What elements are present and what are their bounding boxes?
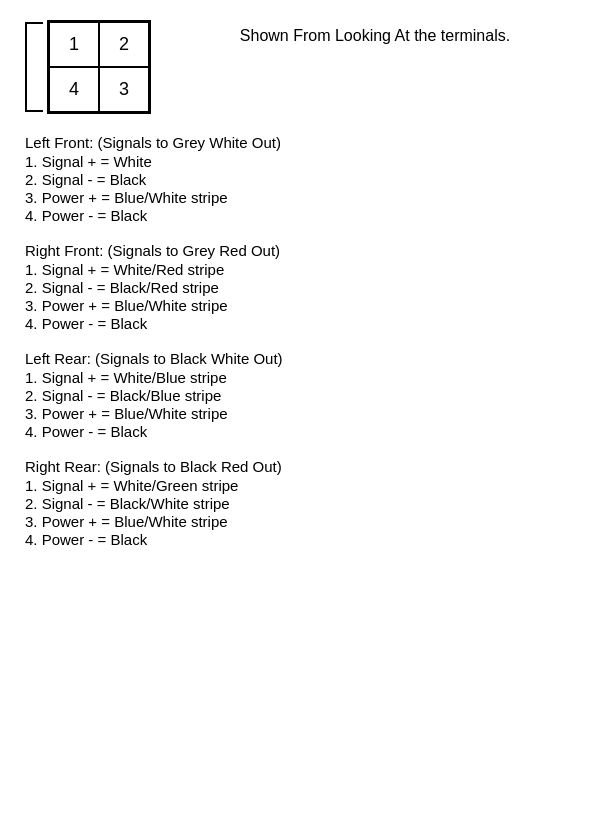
- section-title-0: Left Front: (Signals to Grey White Out): [25, 134, 569, 151]
- list-item-2-3: 4. Power - = Black: [25, 423, 569, 440]
- section-list-2: 1. Signal + = White/Blue stripe2. Signal…: [25, 369, 569, 440]
- section-0: Left Front: (Signals to Grey White Out)1…: [25, 134, 569, 224]
- section-title-2: Left Rear: (Signals to Black White Out): [25, 350, 569, 367]
- section-list-1: 1. Signal + = White/Red stripe2. Signal …: [25, 261, 569, 332]
- cell-2: 2: [99, 22, 149, 67]
- sections-container: Left Front: (Signals to Grey White Out)1…: [25, 134, 569, 548]
- section-title-3: Right Rear: (Signals to Black Red Out): [25, 458, 569, 475]
- list-item-1-0: 1. Signal + = White/Red stripe: [25, 261, 569, 278]
- connector-diagram-wrapper: 1 2 4 3: [25, 20, 151, 114]
- list-item-2-1: 2. Signal - = Black/Blue stripe: [25, 387, 569, 404]
- connector-diagram: 1 2 4 3: [47, 20, 151, 114]
- list-item-1-2: 3. Power + = Blue/White stripe: [25, 297, 569, 314]
- list-item-3-2: 3. Power + = Blue/White stripe: [25, 513, 569, 530]
- list-item-0-3: 4. Power - = Black: [25, 207, 569, 224]
- section-1: Right Front: (Signals to Grey Red Out)1.…: [25, 242, 569, 332]
- list-item-3-3: 4. Power - = Black: [25, 531, 569, 548]
- list-item-0-2: 3. Power + = Blue/White stripe: [25, 189, 569, 206]
- section-3: Right Rear: (Signals to Black Red Out)1.…: [25, 458, 569, 548]
- cell-1: 1: [49, 22, 99, 67]
- header-note: Shown From Looking At the terminals.: [181, 20, 569, 47]
- list-item-2-0: 1. Signal + = White/Blue stripe: [25, 369, 569, 386]
- cell-4: 4: [49, 67, 99, 112]
- list-item-3-1: 2. Signal - = Black/White stripe: [25, 495, 569, 512]
- section-title-1: Right Front: (Signals to Grey Red Out): [25, 242, 569, 259]
- list-item-2-2: 3. Power + = Blue/White stripe: [25, 405, 569, 422]
- section-list-3: 1. Signal + = White/Green stripe2. Signa…: [25, 477, 569, 548]
- cell-3: 3: [99, 67, 149, 112]
- list-item-0-0: 1. Signal + = White: [25, 153, 569, 170]
- list-item-1-3: 4. Power - = Black: [25, 315, 569, 332]
- list-item-0-1: 2. Signal - = Black: [25, 171, 569, 188]
- section-2: Left Rear: (Signals to Black White Out)1…: [25, 350, 569, 440]
- header-section: 1 2 4 3 Shown From Looking At the termin…: [25, 20, 569, 114]
- list-item-1-1: 2. Signal - = Black/Red stripe: [25, 279, 569, 296]
- side-bracket: [25, 22, 43, 112]
- list-item-3-0: 1. Signal + = White/Green stripe: [25, 477, 569, 494]
- section-list-0: 1. Signal + = White2. Signal - = Black3.…: [25, 153, 569, 224]
